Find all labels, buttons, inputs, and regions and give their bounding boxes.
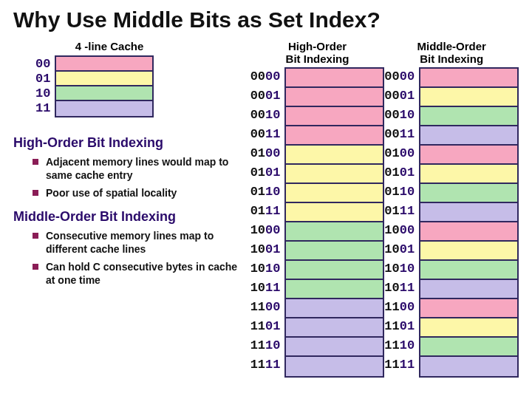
cache-line-rows	[55, 55, 154, 117]
memory-address: 0111	[250, 202, 285, 221]
high-col-title: High-Order Bit Indexing	[250, 40, 385, 66]
cache-line	[56, 86, 152, 101]
memory-address: 1111	[250, 355, 285, 375]
memory-line	[286, 184, 383, 203]
memory-address: 1101	[384, 317, 419, 336]
memory-address: 0011	[384, 125, 419, 144]
memory-address: 1110	[384, 336, 419, 355]
memory-address: 1011	[384, 279, 419, 298]
high-bullets: Adjacent memory lines would map to same …	[13, 155, 245, 200]
memory-line	[286, 299, 383, 318]
memory-line	[420, 165, 517, 184]
memory-line	[286, 261, 383, 280]
memory-address: 0111	[384, 202, 419, 221]
memory-line	[420, 242, 517, 261]
memory-line	[420, 318, 517, 338]
memory-line	[286, 318, 383, 338]
memory-address: 1011	[250, 279, 285, 298]
memory-line	[420, 184, 517, 203]
memory-address: 0100	[384, 144, 419, 163]
memory-line	[286, 280, 383, 299]
memory-address: 1010	[250, 259, 285, 279]
memory-line	[420, 146, 517, 165]
middle-memory-diagram: 0000000100100011010001010110011110001001…	[384, 67, 519, 378]
middle-col-title: Middle-Order Bit Indexing	[384, 40, 519, 66]
content-wrap: 4 -line Cache 00011011 High-Order Bit In…	[13, 40, 519, 378]
memory-line	[420, 222, 517, 242]
high-order-column: High-Order Bit Indexing 0000000100100011…	[250, 40, 385, 378]
cache-label: 4 -line Cache	[35, 40, 183, 52]
cache-line	[56, 72, 152, 86]
memory-line	[420, 126, 517, 146]
high-memory-rows	[284, 67, 384, 378]
memory-address: 1000	[384, 221, 419, 240]
cache-line-labels: 00011011	[35, 55, 55, 117]
memory-address: 0110	[250, 183, 285, 202]
memory-address: 1000	[250, 221, 285, 240]
left-column: 4 -line Cache 00011011 High-Order Bit In…	[13, 40, 250, 378]
bullet-item: Adjacent memory lines would map to same …	[33, 155, 245, 182]
cache-line-label: 11	[35, 101, 55, 116]
memory-line	[420, 261, 517, 280]
memory-line	[420, 107, 517, 126]
memory-address: 1101	[250, 317, 285, 336]
memory-address: 1100	[384, 298, 419, 317]
memory-line	[420, 203, 517, 222]
cache-line-label: 10	[35, 86, 55, 101]
memory-address: 0000	[250, 67, 285, 86]
memory-line	[420, 338, 517, 357]
memory-line	[286, 242, 383, 261]
middle-memory-labels: 0000000100100011010001010110011110001001…	[384, 67, 419, 378]
memory-address: 0001	[384, 86, 419, 106]
memory-address: 0101	[250, 163, 285, 183]
bullet-item: Consecutive memory lines map to differen…	[33, 229, 245, 256]
memory-address: 0001	[250, 86, 285, 106]
bullet-item: Poor use of spatial locality	[33, 186, 245, 200]
bullet-item: Can hold C consecutive bytes in cache at…	[33, 260, 245, 287]
section-heading-middle: Middle-Order Bit Indexing	[13, 209, 245, 225]
middle-bullets: Consecutive memory lines map to differen…	[13, 229, 245, 287]
memory-address: 0010	[250, 106, 285, 125]
memory-line	[420, 357, 517, 376]
memory-line	[286, 165, 383, 184]
cache-diagram: 00011011	[35, 55, 245, 117]
section-heading-high: High-Order Bit Indexing	[13, 135, 245, 151]
high-memory-diagram: 0000000100100011010001010110011110001001…	[250, 67, 385, 378]
cache-line	[56, 57, 152, 72]
memory-line	[286, 107, 383, 126]
memory-address: 1111	[384, 355, 419, 375]
memory-line	[420, 69, 517, 88]
high-memory-labels: 0000000100100011010001010110011110001001…	[250, 67, 285, 378]
memory-line	[286, 88, 383, 107]
memory-line	[286, 126, 383, 146]
middle-memory-rows	[419, 67, 519, 378]
memory-line	[420, 88, 517, 107]
cache-line-label: 01	[35, 72, 55, 86]
memory-address: 1001	[250, 240, 285, 259]
memory-address: 1110	[250, 336, 285, 355]
memory-line	[286, 338, 383, 357]
memory-line	[286, 222, 383, 242]
memory-line	[420, 280, 517, 299]
memory-line	[286, 357, 383, 376]
memory-address: 0000	[384, 67, 419, 86]
cache-line-label: 00	[35, 57, 55, 72]
cache-line	[56, 101, 152, 116]
middle-order-column: Middle-Order Bit Indexing 00000001001000…	[384, 40, 519, 378]
page-title: Why Use Middle Bits as Set Index?	[13, 7, 519, 33]
memory-address: 0100	[250, 144, 285, 163]
memory-line	[286, 203, 383, 222]
memory-line	[286, 69, 383, 88]
memory-address: 0011	[250, 125, 285, 144]
memory-line	[420, 299, 517, 318]
memory-address: 1001	[384, 240, 419, 259]
memory-address: 1010	[384, 259, 419, 279]
memory-address: 0101	[384, 163, 419, 183]
memory-address: 1100	[250, 298, 285, 317]
memory-address: 0010	[384, 106, 419, 125]
memory-line	[286, 146, 383, 165]
memory-address: 0110	[384, 183, 419, 202]
